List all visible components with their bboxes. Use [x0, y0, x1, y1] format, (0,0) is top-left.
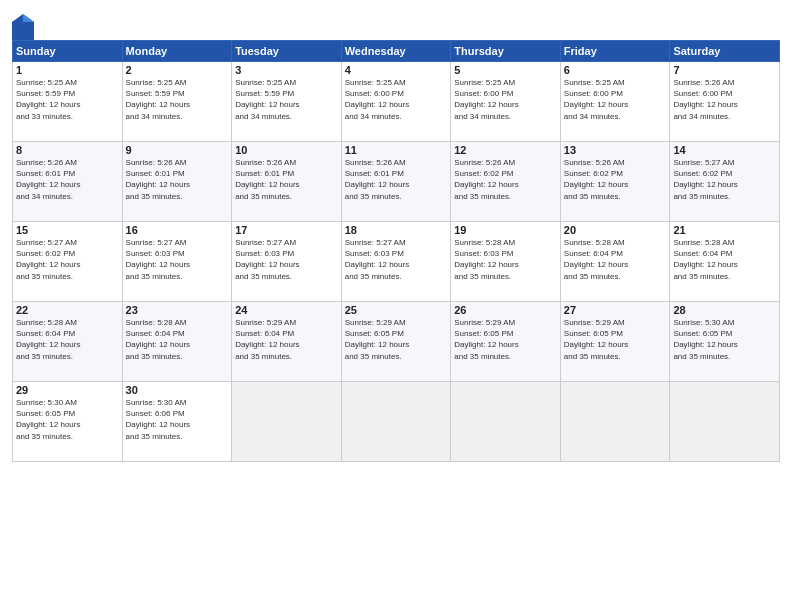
- day-number: 4: [345, 64, 448, 76]
- day-info: Sunrise: 5:27 AM Sunset: 6:03 PM Dayligh…: [126, 237, 229, 282]
- day-info: Sunrise: 5:25 AM Sunset: 6:00 PM Dayligh…: [345, 77, 448, 122]
- week-row-2: 8Sunrise: 5:26 AM Sunset: 6:01 PM Daylig…: [13, 142, 780, 222]
- day-info: Sunrise: 5:27 AM Sunset: 6:03 PM Dayligh…: [235, 237, 338, 282]
- day-info: Sunrise: 5:25 AM Sunset: 6:00 PM Dayligh…: [454, 77, 557, 122]
- day-header-thursday: Thursday: [451, 41, 561, 62]
- day-cell: 13Sunrise: 5:26 AM Sunset: 6:02 PM Dayli…: [560, 142, 670, 222]
- day-number: 29: [16, 384, 119, 396]
- day-cell: 20Sunrise: 5:28 AM Sunset: 6:04 PM Dayli…: [560, 222, 670, 302]
- logo: [12, 14, 33, 36]
- day-number: 9: [126, 144, 229, 156]
- day-cell: 1Sunrise: 5:25 AM Sunset: 5:59 PM Daylig…: [13, 62, 123, 142]
- day-header-monday: Monday: [122, 41, 232, 62]
- day-number: 30: [126, 384, 229, 396]
- day-number: 21: [673, 224, 776, 236]
- day-info: Sunrise: 5:27 AM Sunset: 6:02 PM Dayligh…: [16, 237, 119, 282]
- day-cell: 14Sunrise: 5:27 AM Sunset: 6:02 PM Dayli…: [670, 142, 780, 222]
- day-number: 14: [673, 144, 776, 156]
- day-info: Sunrise: 5:28 AM Sunset: 6:04 PM Dayligh…: [564, 237, 667, 282]
- day-cell: 26Sunrise: 5:29 AM Sunset: 6:05 PM Dayli…: [451, 302, 561, 382]
- calendar-table: SundayMondayTuesdayWednesdayThursdayFrid…: [12, 40, 780, 462]
- day-info: Sunrise: 5:29 AM Sunset: 6:05 PM Dayligh…: [454, 317, 557, 362]
- day-number: 27: [564, 304, 667, 316]
- day-info: Sunrise: 5:25 AM Sunset: 6:00 PM Dayligh…: [564, 77, 667, 122]
- day-number: 23: [126, 304, 229, 316]
- day-number: 13: [564, 144, 667, 156]
- day-cell: 2Sunrise: 5:25 AM Sunset: 5:59 PM Daylig…: [122, 62, 232, 142]
- day-cell: [232, 382, 342, 462]
- day-cell: 23Sunrise: 5:28 AM Sunset: 6:04 PM Dayli…: [122, 302, 232, 382]
- day-number: 19: [454, 224, 557, 236]
- week-row-5: 29Sunrise: 5:30 AM Sunset: 6:05 PM Dayli…: [13, 382, 780, 462]
- day-cell: 15Sunrise: 5:27 AM Sunset: 6:02 PM Dayli…: [13, 222, 123, 302]
- day-info: Sunrise: 5:26 AM Sunset: 6:01 PM Dayligh…: [126, 157, 229, 202]
- day-info: Sunrise: 5:26 AM Sunset: 6:02 PM Dayligh…: [454, 157, 557, 202]
- day-info: Sunrise: 5:26 AM Sunset: 6:00 PM Dayligh…: [673, 77, 776, 122]
- day-header-friday: Friday: [560, 41, 670, 62]
- day-cell: 24Sunrise: 5:29 AM Sunset: 6:04 PM Dayli…: [232, 302, 342, 382]
- day-cell: 10Sunrise: 5:26 AM Sunset: 6:01 PM Dayli…: [232, 142, 342, 222]
- day-info: Sunrise: 5:28 AM Sunset: 6:04 PM Dayligh…: [673, 237, 776, 282]
- day-number: 16: [126, 224, 229, 236]
- week-row-3: 15Sunrise: 5:27 AM Sunset: 6:02 PM Dayli…: [13, 222, 780, 302]
- day-header-sunday: Sunday: [13, 41, 123, 62]
- day-cell: [341, 382, 451, 462]
- page: SundayMondayTuesdayWednesdayThursdayFrid…: [0, 0, 792, 612]
- day-info: Sunrise: 5:25 AM Sunset: 5:59 PM Dayligh…: [16, 77, 119, 122]
- day-info: Sunrise: 5:28 AM Sunset: 6:03 PM Dayligh…: [454, 237, 557, 282]
- day-info: Sunrise: 5:26 AM Sunset: 6:02 PM Dayligh…: [564, 157, 667, 202]
- day-cell: 11Sunrise: 5:26 AM Sunset: 6:01 PM Dayli…: [341, 142, 451, 222]
- day-info: Sunrise: 5:28 AM Sunset: 6:04 PM Dayligh…: [126, 317, 229, 362]
- day-info: Sunrise: 5:27 AM Sunset: 6:03 PM Dayligh…: [345, 237, 448, 282]
- day-cell: [670, 382, 780, 462]
- day-cell: 29Sunrise: 5:30 AM Sunset: 6:05 PM Dayli…: [13, 382, 123, 462]
- day-cell: 7Sunrise: 5:26 AM Sunset: 6:00 PM Daylig…: [670, 62, 780, 142]
- day-header-tuesday: Tuesday: [232, 41, 342, 62]
- day-number: 8: [16, 144, 119, 156]
- day-number: 6: [564, 64, 667, 76]
- day-number: 3: [235, 64, 338, 76]
- day-number: 2: [126, 64, 229, 76]
- day-number: 25: [345, 304, 448, 316]
- day-cell: 5Sunrise: 5:25 AM Sunset: 6:00 PM Daylig…: [451, 62, 561, 142]
- logo-icon: [12, 14, 30, 36]
- day-info: Sunrise: 5:28 AM Sunset: 6:04 PM Dayligh…: [16, 317, 119, 362]
- day-number: 26: [454, 304, 557, 316]
- day-cell: 8Sunrise: 5:26 AM Sunset: 6:01 PM Daylig…: [13, 142, 123, 222]
- day-cell: 9Sunrise: 5:26 AM Sunset: 6:01 PM Daylig…: [122, 142, 232, 222]
- day-number: 5: [454, 64, 557, 76]
- day-cell: 4Sunrise: 5:25 AM Sunset: 6:00 PM Daylig…: [341, 62, 451, 142]
- day-number: 22: [16, 304, 119, 316]
- svg-marker-1: [23, 14, 34, 22]
- day-cell: 22Sunrise: 5:28 AM Sunset: 6:04 PM Dayli…: [13, 302, 123, 382]
- week-row-1: 1Sunrise: 5:25 AM Sunset: 5:59 PM Daylig…: [13, 62, 780, 142]
- day-info: Sunrise: 5:30 AM Sunset: 6:05 PM Dayligh…: [673, 317, 776, 362]
- day-number: 18: [345, 224, 448, 236]
- day-cell: 27Sunrise: 5:29 AM Sunset: 6:05 PM Dayli…: [560, 302, 670, 382]
- day-number: 24: [235, 304, 338, 316]
- day-cell: 16Sunrise: 5:27 AM Sunset: 6:03 PM Dayli…: [122, 222, 232, 302]
- day-number: 28: [673, 304, 776, 316]
- day-info: Sunrise: 5:25 AM Sunset: 5:59 PM Dayligh…: [235, 77, 338, 122]
- day-cell: [451, 382, 561, 462]
- week-row-4: 22Sunrise: 5:28 AM Sunset: 6:04 PM Dayli…: [13, 302, 780, 382]
- day-info: Sunrise: 5:26 AM Sunset: 6:01 PM Dayligh…: [235, 157, 338, 202]
- day-cell: 3Sunrise: 5:25 AM Sunset: 5:59 PM Daylig…: [232, 62, 342, 142]
- day-number: 17: [235, 224, 338, 236]
- day-number: 7: [673, 64, 776, 76]
- day-info: Sunrise: 5:26 AM Sunset: 6:01 PM Dayligh…: [16, 157, 119, 202]
- day-number: 1: [16, 64, 119, 76]
- day-cell: 6Sunrise: 5:25 AM Sunset: 6:00 PM Daylig…: [560, 62, 670, 142]
- day-cell: 21Sunrise: 5:28 AM Sunset: 6:04 PM Dayli…: [670, 222, 780, 302]
- day-number: 12: [454, 144, 557, 156]
- header-row: SundayMondayTuesdayWednesdayThursdayFrid…: [13, 41, 780, 62]
- day-info: Sunrise: 5:26 AM Sunset: 6:01 PM Dayligh…: [345, 157, 448, 202]
- day-cell: 19Sunrise: 5:28 AM Sunset: 6:03 PM Dayli…: [451, 222, 561, 302]
- day-number: 11: [345, 144, 448, 156]
- day-number: 10: [235, 144, 338, 156]
- day-cell: 18Sunrise: 5:27 AM Sunset: 6:03 PM Dayli…: [341, 222, 451, 302]
- day-info: Sunrise: 5:29 AM Sunset: 6:05 PM Dayligh…: [564, 317, 667, 362]
- day-info: Sunrise: 5:25 AM Sunset: 5:59 PM Dayligh…: [126, 77, 229, 122]
- day-cell: 28Sunrise: 5:30 AM Sunset: 6:05 PM Dayli…: [670, 302, 780, 382]
- day-info: Sunrise: 5:29 AM Sunset: 6:04 PM Dayligh…: [235, 317, 338, 362]
